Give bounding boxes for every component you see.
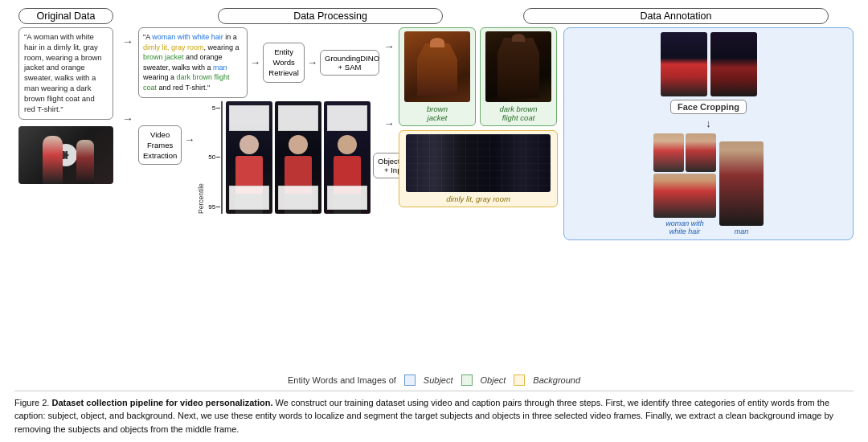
caption-fignum: Figure 2. [14,398,49,407]
video-person [43,136,63,184]
diagram-area: Original Data Data Processing Data Annot… [14,8,854,386]
arrow-col-1: → → [117,27,138,125]
woman-face-3 [653,174,716,218]
frame2-head [289,135,308,154]
content-row: "A woman with white hair in a dimly lit,… [14,27,854,370]
arrow-col-2: → → [379,27,399,138]
man-label: man [735,227,749,235]
woman-label: woman withwhite hair [665,219,704,235]
person2-image [710,32,757,96]
legend-prefix: Entity Words and Images of [288,375,396,385]
jacket-label: brownjacket [427,104,448,122]
frame3-overlay-bottom [327,186,367,210]
legend-subject-label: Subject [424,375,453,385]
ct-in-a: in a [223,33,237,41]
room-grid2 [406,134,551,192]
arrow-entity: → [250,56,260,69]
face-images-row: woman withwhite hair man [653,133,764,235]
pct-5: 5 [212,104,220,112]
section-labels-row: Original Data Data Processing Data Annot… [14,8,854,24]
woman-faces-col: woman withwhite hair [653,133,716,235]
frame1-overlay-bottom [229,186,269,210]
label-original: Original Data [18,8,113,24]
arrow-down-face: ↓ [706,117,711,130]
legend-background-box [514,374,525,386]
woman-face-2 [686,133,716,172]
svg-rect-2 [66,151,68,159]
pct-axis-wrap: Percentile 5 50 95 [197,101,223,214]
pct-ticks: 5 50 95 [206,101,220,214]
woman-face-1 [653,133,684,172]
caption-bold: Dataset collection pipeline for video pe… [51,398,272,407]
proc-row1: "A woman with white hair in a dimly lit,… [138,27,379,98]
label-processing: Data Processing [218,8,443,24]
main-container: Original Data Data Processing Data Annot… [0,0,868,442]
frame3-head [338,135,357,154]
frame-3 [324,101,371,214]
person-images-row [661,32,757,96]
video-frames-box: VideoFramesExtraction [138,125,182,166]
pct-50: 50 [208,153,220,161]
jacket-collar [430,38,444,47]
proc-row2: VideoFramesExtraction → Percentile 5 [138,101,379,214]
legend-row: Entity Words and Images of Subject Objec… [14,374,854,386]
frame-1 [226,101,272,214]
frame2-overlay-bottom [278,186,318,210]
coat-shape [497,38,539,98]
video-bg [18,126,113,184]
person1-image [661,32,707,96]
jacket-box: brownjacket [399,27,476,126]
ct-room: dimly lit, gray room [143,43,204,51]
original-text-block: "A woman with white hair in a dimly lit,… [18,27,113,120]
face-cropping-label: Face Cropping [670,100,747,114]
subject-column: Face Cropping ↓ [563,27,854,240]
room-image [406,134,551,192]
entity-words-box: EntityWordsRetrieval [263,43,305,83]
legend-object-label: Object [481,375,506,385]
legend-subject-box [404,374,416,386]
ct-wearing2: wearing a [143,73,177,81]
caption-area: Figure 2. Dataset collection pipeline fo… [14,391,854,436]
woman-faces-pair [653,133,716,172]
frame2-overlay-top [278,105,318,131]
frame3-overlay-top [327,105,367,131]
man-face-col: man [719,141,764,235]
coat-image [485,31,551,102]
dino-sam-box: GroundingDINO+ SAM [320,50,379,76]
col-original: "A woman with white hair in a dimly lit,… [14,27,117,184]
label-annotation: Data Annotation [523,8,829,24]
coat-box: dark brownflight coat [480,27,557,126]
arrow-to-annotation-bottom: → [384,117,395,130]
background-box: dimly lit, gray room [399,130,558,207]
ct-jacket: brown jacket [143,53,184,61]
pct-95: 95 [208,203,220,211]
object-column: brownjacket dark brownflight coat [399,27,559,240]
pct-axis-label: Percentile [197,101,205,214]
legend-background-label: Background [533,375,580,385]
arrow-to-frames: → [121,113,135,125]
video-thumbnail[interactable] [18,126,113,184]
arrow-to-entity: → [121,35,135,48]
video-person2 [76,140,94,184]
arrow-dino: → [307,56,317,69]
ct-prefix: "A [143,33,152,41]
three-frames [226,101,371,214]
arrow-to-annotation-top: → [384,40,395,53]
col-annotation: brownjacket dark brownflight coat [399,27,854,240]
coat-collar [512,34,525,42]
svg-rect-1 [63,151,65,159]
ct-woman: woman with white hair [152,33,223,41]
coat-label: dark brownflight coat [500,104,538,122]
ct-wearing: , wearing a [204,43,240,51]
arrow-frames: → [184,133,194,146]
legend-object-box [461,374,473,386]
frame1-head [240,135,259,154]
man-face [719,141,764,226]
room-label: dimly lit, gray room [446,194,510,203]
frame-2 [275,101,321,214]
obj-top-row: brownjacket dark brownflight coat [399,27,559,126]
frame1-overlay-top [229,105,269,131]
jacket-shape [417,43,457,96]
colored-caption-block: "A woman with white hair in a dimly lit,… [138,27,248,98]
ct-end: and red T-shirt." [157,84,210,92]
